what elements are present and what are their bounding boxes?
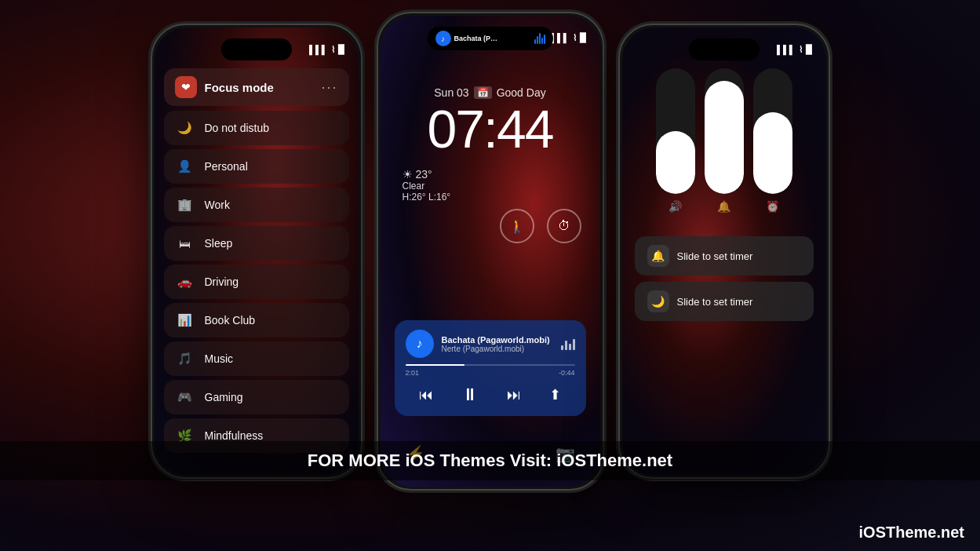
sleep-icon: 🛏 xyxy=(175,233,195,254)
phone-lock-screen: ♪ Bachata (Paga... ▌▌▌ ⌇ ▉ xyxy=(377,12,604,491)
lock-content: Sun 03 📅 Good Day 07:44 ☀ 23° Clear H:26… xyxy=(381,16,600,487)
focus-title: Focus mode xyxy=(205,81,274,94)
phone1-dynamic-island xyxy=(221,38,292,60)
phones-wrapper: ▌▌▌ ⌇ ▉ ❤ Focus mode ··· 🌙 xyxy=(0,24,980,491)
ringer-icon: 🔔 xyxy=(717,200,730,213)
di-music-bars xyxy=(534,33,545,44)
focus-item-label: Music xyxy=(205,352,234,365)
alarm-icon: ⏰ xyxy=(766,200,779,213)
focus-item-work[interactable]: 🏢 Work xyxy=(164,188,349,222)
focus-item-label: Mindfulness xyxy=(205,429,264,442)
focus-header[interactable]: ❤ Focus mode ··· xyxy=(164,68,349,106)
focus-item-label: Book Club xyxy=(205,314,256,327)
timer-btn-label: Slide to set timer xyxy=(677,296,753,308)
airplay-button[interactable]: ⬆ xyxy=(549,386,561,403)
music-playing-bars xyxy=(561,338,575,350)
phone2-status-bar: ♪ Bachata (Paga... ▌▌▌ ⌇ ▉ xyxy=(381,16,600,53)
forward-button[interactable]: ⏭ xyxy=(507,387,521,403)
music-artist: Nerte (Pagaworld.mobi) xyxy=(442,345,553,353)
phone3-inner: ▌▌▌ ⌇ ▉ 🔊 xyxy=(622,27,826,475)
volume-slider[interactable] xyxy=(656,68,695,194)
ringer-slider[interactable] xyxy=(705,68,744,194)
phone-focus-mode: ▌▌▌ ⌇ ▉ ❤ Focus mode ··· 🌙 xyxy=(151,24,362,479)
focus-item-label: Work xyxy=(205,199,230,211)
phone1-status-icons: ▌▌▌ ⌇ ▉ xyxy=(309,45,344,55)
widget-timer: ⏱ xyxy=(547,209,581,243)
music-di-icon: ♪ xyxy=(435,31,451,46)
music-card-top: ♪ Bachata (Pagaworld.mobi) Nerte (Pagawo… xyxy=(406,330,575,358)
phone2-dynamic-island: ♪ Bachata (Paga... xyxy=(428,27,553,50)
di-song-title: Bachata (Paga... xyxy=(454,35,501,42)
bar2 xyxy=(565,341,567,350)
music-info: Bachata (Pagaworld.mobi) Nerte (Pagaworl… xyxy=(442,335,553,353)
focus-heart-icon: ❤ xyxy=(175,76,197,98)
music-controls: ⏮ ⏸ ⏭ ⬆ xyxy=(406,385,575,405)
music-progress-fill xyxy=(406,364,465,366)
focus-item-music[interactable]: 🎵 Music xyxy=(164,341,349,376)
ringer-slider-wrap: 🔔 xyxy=(705,68,744,225)
weather-highlow: H:26° L:16° xyxy=(403,192,451,203)
phone-sound-controls: ▌▌▌ ⌇ ▉ 🔊 xyxy=(618,24,830,479)
wifi-icon: ⌇ xyxy=(331,45,335,55)
lock-weather: ☀ 23° Clear H:26° L:16° xyxy=(403,168,451,203)
phone2-inner: ♪ Bachata (Paga... ▌▌▌ ⌇ ▉ xyxy=(381,16,600,487)
di-bar1 xyxy=(534,39,536,44)
widget-steps: 🚶 xyxy=(500,209,534,243)
lock-widgets: 🚶 ⏱ xyxy=(500,209,581,243)
timer-button-bell[interactable]: 🔔 Slide to set timer xyxy=(635,236,814,276)
music-times: 2:01 -0:44 xyxy=(406,369,575,377)
focus-item-label: Gaming xyxy=(205,391,243,403)
focus-header-left: ❤ Focus mode xyxy=(175,76,274,98)
music-player-card[interactable]: ♪ Bachata (Pagaworld.mobi) Nerte (Pagawo… xyxy=(395,320,586,416)
rewind-button[interactable]: ⏮ xyxy=(419,387,433,403)
focus-item-driving[interactable]: 🚗 Driving xyxy=(164,265,349,299)
signal-icon: ▌▌▌ xyxy=(551,33,569,42)
battery-icon: ▉ xyxy=(338,45,344,55)
timer-button-moon[interactable]: 🌙 Slide to set timer xyxy=(635,282,814,321)
di-left: ♪ Bachata (Paga... xyxy=(435,31,501,46)
signal-icon: ▌▌▌ xyxy=(777,45,795,54)
pause-button[interactable]: ⏸ xyxy=(461,385,479,405)
di-bar3 xyxy=(539,33,541,44)
focus-item-personal[interactable]: 👤 Personal xyxy=(164,149,349,184)
di-bar2 xyxy=(537,36,538,44)
volume-icon: 🔊 xyxy=(669,200,682,213)
lock-date-text: Sun 03 xyxy=(434,86,468,99)
wifi-icon: ⌇ xyxy=(573,33,577,43)
moon-icon: 🌙 xyxy=(175,118,195,138)
focus-item-label: Personal xyxy=(205,160,248,173)
focus-item-sleep[interactable]: 🛏 Sleep xyxy=(164,226,349,261)
focus-item-donotdisturb[interactable]: 🌙 Do not distub xyxy=(164,111,349,145)
focus-item-label: Do not distub xyxy=(205,122,270,134)
phone3-dynamic-island xyxy=(689,38,760,60)
watermark-banner: FOR MORE iOS Themes Visit: iOSTheme.net xyxy=(0,441,980,480)
focus-dots[interactable]: ··· xyxy=(321,79,337,96)
phone2-status-icons: ▌▌▌ ⌇ ▉ xyxy=(551,33,585,43)
music-time-remaining: -0:44 xyxy=(559,369,575,377)
phone3-status-bar: ▌▌▌ ⌇ ▉ xyxy=(622,27,826,65)
chart-icon: 📊 xyxy=(175,310,195,330)
music-title: Bachata (Pagaworld.mobi) xyxy=(442,335,553,345)
music-progress-bar[interactable] xyxy=(406,364,575,366)
phone1-inner: ▌▌▌ ⌇ ▉ ❤ Focus mode ··· 🌙 xyxy=(155,27,359,475)
bar3 xyxy=(569,344,571,350)
work-icon: 🏢 xyxy=(175,195,195,215)
watermark-text: FOR MORE iOS Themes Visit: iOSTheme.net xyxy=(308,451,672,470)
volume-slider-wrap: 🔊 xyxy=(656,68,695,225)
focus-item-gaming[interactable]: 🎮 Gaming xyxy=(164,380,349,414)
wifi-icon: ⌇ xyxy=(799,45,803,55)
timer-btn-label: Slide to set timer xyxy=(677,250,753,262)
weather-temp: ☀ 23° xyxy=(403,168,451,181)
gaming-icon: 🎮 xyxy=(175,387,195,407)
phone3-status-icons: ▌▌▌ ⌇ ▉ xyxy=(777,45,811,55)
watermark-site: iOSTheme.net xyxy=(859,524,964,542)
signal-icon: ▌▌▌ xyxy=(309,45,327,54)
focus-item-label: Sleep xyxy=(205,237,233,250)
battery-icon: ▉ xyxy=(580,33,586,43)
alarm-slider[interactable] xyxy=(753,68,792,194)
weather-condition: Clear xyxy=(403,181,451,192)
music-time-current: 2:01 xyxy=(406,369,420,377)
moon-timer-icon: 🌙 xyxy=(647,290,669,312)
focus-item-bookclub[interactable]: 📊 Book Club xyxy=(164,303,349,338)
di-bar5 xyxy=(544,35,545,44)
